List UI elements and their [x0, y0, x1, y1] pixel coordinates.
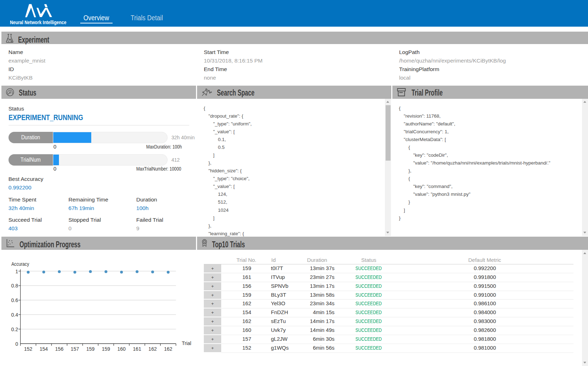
svg-text:162: 162	[164, 346, 173, 352]
svg-text:159: 159	[86, 346, 95, 352]
svg-text:0.6: 0.6	[11, 297, 18, 303]
svg-text:152: 152	[24, 346, 33, 352]
svg-text:156: 156	[55, 346, 64, 352]
svg-text:1: 1	[15, 269, 18, 274]
svg-text:157: 157	[71, 346, 79, 352]
svg-text:162: 162	[148, 346, 157, 352]
svg-text:Trial: Trial	[182, 340, 191, 346]
svg-text:0.8: 0.8	[11, 283, 18, 289]
svg-text:159: 159	[102, 346, 110, 352]
svg-text:Accuracy: Accuracy	[11, 262, 29, 267]
svg-text:154: 154	[40, 346, 48, 352]
svg-text:0.4: 0.4	[11, 312, 18, 318]
svg-text:161: 161	[133, 346, 141, 352]
svg-text:160: 160	[118, 346, 126, 352]
svg-text:0.2: 0.2	[11, 327, 18, 332]
svg-text:0: 0	[15, 341, 18, 347]
